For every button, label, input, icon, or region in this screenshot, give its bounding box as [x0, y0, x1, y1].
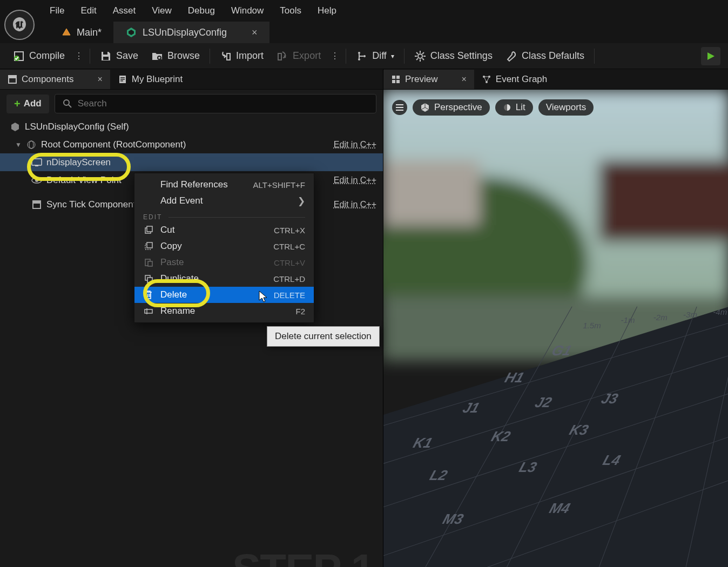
svg-rect-13: [120, 77, 125, 78]
cube-icon: [420, 103, 430, 112]
export-options[interactable]: ⋮: [328, 51, 341, 61]
viewpoint-icon: [31, 176, 42, 185]
svg-point-7: [358, 58, 360, 60]
search-components-input[interactable]: [55, 94, 376, 113]
svg-rect-14: [120, 79, 125, 80]
class-defaults-button[interactable]: Class Defaults: [500, 47, 590, 65]
search-input[interactable]: [78, 98, 368, 109]
compile-button[interactable]: Compile: [8, 47, 70, 65]
svg-text:1.5m: 1.5m: [583, 321, 601, 330]
viewport-options-button[interactable]: [392, 100, 407, 115]
separator: [90, 49, 90, 64]
ctx-label: Paste: [160, 257, 184, 268]
close-icon[interactable]: ×: [97, 75, 102, 84]
tree-row-ndisplayscreen[interactable]: nDisplayScreen: [0, 153, 383, 171]
close-icon[interactable]: ×: [461, 75, 466, 84]
tab-label: Preview: [405, 74, 437, 85]
tab-components[interactable]: Components ×: [0, 70, 110, 89]
viewports-button[interactable]: Viewports: [538, 99, 594, 116]
ctx-cut[interactable]: Cut CTRL+X: [134, 222, 314, 238]
tree-row-self[interactable]: LSUnDisplayConfig (Self): [0, 118, 383, 136]
ue-logo[interactable]: [4, 10, 35, 40]
ctx-rename[interactable]: Rename F2: [134, 303, 314, 319]
separator: [210, 49, 210, 64]
browse-button[interactable]: Browse: [146, 47, 205, 65]
tab-my-blueprint[interactable]: My Blueprint: [110, 70, 190, 89]
menu-debug[interactable]: Debug: [188, 5, 215, 16]
ctx-shortcut: CTRL+D: [273, 274, 305, 284]
ctx-shortcut: ALT+SHIFT+F: [253, 180, 305, 190]
export-label: Export: [293, 50, 321, 62]
file-tab-main[interactable]: Main*: [50, 22, 113, 43]
trash-icon: [143, 290, 154, 300]
ctx-shortcut: DELETE: [274, 291, 305, 300]
file-tab-config[interactable]: LSUnDisplayConfig ×: [113, 22, 269, 43]
class-defaults-label: Class Defaults: [522, 50, 584, 62]
svg-text:-4m: -4m: [713, 307, 727, 316]
browse-icon: [151, 50, 163, 62]
edit-cpp-link[interactable]: Edit in C++: [334, 176, 376, 185]
step-watermark: STEP 1: [232, 545, 374, 567]
close-icon[interactable]: ×: [252, 27, 258, 38]
save-label: Save: [116, 50, 138, 62]
svg-point-18: [28, 141, 35, 148]
tab-event-graph[interactable]: Event Graph: [474, 70, 555, 89]
tree-label: nDisplayScreen: [46, 157, 111, 168]
components-icon: [8, 75, 17, 84]
import-icon: [220, 50, 232, 62]
edit-cpp-link[interactable]: Edit in C++: [334, 200, 376, 210]
separator: [404, 49, 405, 64]
viewport-background: G1 H1 J1 J2 J3 K1 K2 K3 L2 L3 L4 M3: [383, 90, 728, 567]
lit-button[interactable]: Lit: [495, 99, 533, 116]
svg-rect-29: [396, 80, 400, 83]
plus-icon: +: [14, 98, 21, 110]
tree-row-root[interactable]: ▼ Root Component (RootComponent) Edit in…: [0, 136, 383, 153]
svg-rect-27: [396, 76, 400, 79]
compile-icon: [13, 50, 25, 62]
context-menu: Find References ALT+SHIFT+F Add Event ❯ …: [134, 173, 314, 323]
viewport-grid-icon: [391, 75, 401, 84]
gear-icon: [414, 50, 426, 62]
save-button[interactable]: Save: [95, 47, 144, 65]
svg-point-8: [363, 55, 366, 57]
compile-options[interactable]: ⋮: [72, 51, 85, 61]
export-button[interactable]: Export: [271, 47, 326, 65]
perspective-label: Perspective: [434, 102, 482, 113]
svg-rect-21: [35, 165, 38, 166]
ctx-label: Duplicate: [160, 273, 199, 284]
ctx-duplicate[interactable]: Duplicate CTRL+D: [134, 271, 314, 287]
perspective-button[interactable]: Perspective: [413, 99, 490, 116]
tab-preview[interactable]: Preview ×: [383, 70, 474, 89]
tab-label: Event Graph: [496, 74, 547, 85]
blueprint-icon: [118, 75, 127, 84]
menu-file[interactable]: File: [50, 5, 64, 16]
duplicate-icon: [143, 274, 154, 283]
add-component-button[interactable]: + Add: [6, 94, 49, 113]
menu-asset[interactable]: Asset: [113, 5, 136, 16]
lit-label: Lit: [516, 102, 525, 113]
copy-icon: [143, 242, 154, 251]
menu-help[interactable]: Help: [318, 5, 336, 16]
menu-edit[interactable]: Edit: [80, 5, 96, 16]
tab-label: My Blueprint: [132, 74, 183, 85]
play-button[interactable]: [701, 47, 720, 65]
expander-icon[interactable]: ▼: [15, 141, 23, 148]
ctx-copy[interactable]: Copy CTRL+C: [134, 238, 314, 254]
class-settings-button[interactable]: Class Settings: [409, 47, 498, 65]
menu-window[interactable]: Window: [231, 5, 264, 16]
ctx-paste[interactable]: Paste CTRL+V: [134, 254, 314, 271]
svg-text:-2m: -2m: [653, 313, 668, 322]
svg-point-23: [35, 179, 38, 182]
import-button[interactable]: Import: [214, 47, 269, 65]
svg-point-16: [64, 100, 69, 105]
level-icon: [62, 28, 71, 37]
ctx-delete[interactable]: Delete DELETE: [134, 287, 314, 303]
viewport[interactable]: G1 H1 J1 J2 J3 K1 K2 K3 L2 L3 L4 M3: [383, 90, 728, 567]
diff-button[interactable]: Diff ▾: [350, 47, 400, 65]
ndisplay-config-icon: [125, 26, 137, 38]
edit-cpp-link[interactable]: Edit in C++: [334, 140, 376, 150]
menu-view[interactable]: View: [152, 5, 172, 16]
ctx-add-event[interactable]: Add Event ❯: [134, 193, 314, 209]
menu-tools[interactable]: Tools: [280, 5, 301, 16]
ctx-find-references[interactable]: Find References ALT+SHIFT+F: [134, 177, 314, 193]
